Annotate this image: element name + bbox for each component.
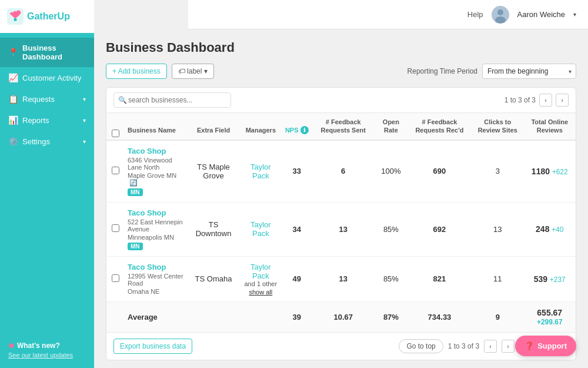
- avg-nps: 39: [282, 301, 312, 332]
- col-open-rate: Open Rate: [375, 113, 407, 140]
- col-clicks: Clicks to Review Sites: [472, 113, 523, 140]
- clicks-cell: 11: [472, 256, 523, 301]
- total-reviews-cell: 1180 +622: [524, 140, 576, 203]
- requests-icon: 📋: [8, 94, 18, 104]
- svg-point-3: [497, 9, 503, 15]
- support-label: Support: [537, 342, 567, 350]
- main-area: Help Aaron Weiche ▾ Business Dashboard +…: [94, 0, 588, 368]
- sidebar-item-reports[interactable]: 📊 Reports ▾: [0, 110, 94, 131]
- reporting-select[interactable]: From the beginning: [482, 64, 576, 79]
- svg-point-1: [14, 18, 16, 21]
- whats-new-title[interactable]: What's new?: [17, 342, 60, 350]
- search-icon: 🔍: [118, 96, 127, 104]
- toolbar-left: + Add business 🏷 label ▾: [106, 64, 214, 79]
- sidebar: GatherUp 📍 Business Dashboard 📈 Customer…: [0, 0, 94, 368]
- sidebar-nav: 📍 Business Dashboard 📈 Customer Activity…: [0, 33, 94, 152]
- search-input[interactable]: [113, 92, 231, 108]
- business-name-link[interactable]: Taco Shop: [128, 263, 183, 271]
- feedback-sent-cell: 6: [312, 140, 375, 203]
- footer-prev-button[interactable]: ‹: [484, 340, 497, 353]
- manager-link[interactable]: Taylor Pack: [250, 263, 271, 280]
- sidebar-item-label: Customer Activity: [22, 74, 81, 82]
- business-name-link[interactable]: Taco Shop: [128, 208, 183, 217]
- support-icon: ❓: [524, 342, 534, 350]
- main-content: Business Dashboard + Add business 🏷 labe…: [94, 29, 588, 368]
- business-city-state: Maple Grove MN 🔄: [128, 172, 183, 187]
- feedback-recd-value: 692: [433, 225, 446, 234]
- state-badge: MN: [128, 188, 143, 196]
- show-all-link[interactable]: show all: [243, 289, 278, 296]
- next-page-button[interactable]: ›: [556, 94, 569, 107]
- extra-field-cell: TS Omaha: [187, 256, 239, 301]
- row-checkbox[interactable]: [112, 224, 119, 232]
- total-reviews-cell: 248 +40: [524, 202, 576, 256]
- toolbar: + Add business 🏷 label ▾ Reporting Time …: [106, 64, 576, 79]
- table-container: 🔍 1 to 3 of 3 ‹ › Business N: [106, 87, 576, 360]
- manager-link[interactable]: Taylor Pack: [250, 220, 271, 238]
- footer-next-button[interactable]: ›: [502, 340, 514, 353]
- manager-cell: Taylor Pack: [240, 202, 282, 256]
- select-all-header: [106, 113, 124, 140]
- table-row: Taco Shop 522 East Hennepin Avenue Minne…: [106, 202, 576, 256]
- select-all-checkbox[interactable]: [112, 130, 119, 137]
- business-name-link[interactable]: Taco Shop: [128, 147, 183, 155]
- avg-total-main: 655.67: [537, 308, 562, 317]
- nps-cell: 49: [282, 256, 312, 301]
- open-rate-cell: 100%: [375, 140, 407, 203]
- table-row: Taco Shop 6346 Vinewood Lane North Maple…: [106, 140, 576, 203]
- row-checkbox[interactable]: [112, 274, 119, 282]
- row-checkbox[interactable]: [112, 167, 119, 174]
- total-delta: +237: [550, 276, 566, 284]
- sidebar-item-customer-activity[interactable]: 📈 Customer Activity: [0, 67, 94, 88]
- business-table: Business Name Extra Field Managers NPS ℹ: [106, 113, 576, 332]
- avg-total: 655.67 +299.67: [524, 301, 576, 332]
- business-name-cell: Taco Shop 12995 West Center Road Omaha N…: [124, 256, 187, 301]
- help-link[interactable]: Help: [467, 10, 483, 19]
- avg-label-cell: Average: [124, 301, 187, 332]
- business-name-cell: Taco Shop 6346 Vinewood Lane North Maple…: [124, 140, 187, 203]
- export-button[interactable]: Export business data: [113, 339, 192, 354]
- add-business-button[interactable]: + Add business: [106, 64, 167, 79]
- feedback-recd-value: 690: [433, 167, 446, 175]
- feedback-sent-cell: 13: [312, 256, 375, 301]
- chevron-down-icon: ▾: [83, 117, 86, 124]
- avg-open-rate: 87%: [375, 301, 407, 332]
- open-rate-cell: 85%: [375, 256, 407, 301]
- nps-value: 33: [292, 167, 300, 175]
- col-nps: NPS ℹ: [282, 113, 312, 140]
- reports-icon: 📊: [8, 115, 18, 125]
- feedback-recd-cell: 821: [407, 256, 472, 301]
- settings-icon: ⚙️: [8, 137, 18, 146]
- clicks-cell: 13: [472, 202, 523, 256]
- prev-page-button[interactable]: ‹: [539, 94, 552, 107]
- col-managers: Managers: [240, 113, 282, 140]
- feedback-sent-value: 13: [339, 225, 347, 234]
- user-chevron-icon[interactable]: ▾: [573, 11, 576, 18]
- sidebar-item-business-dashboard[interactable]: 📍 Business Dashboard: [0, 38, 94, 67]
- average-row: Average 39 10.67 87% 734.33 9 655.67 +29…: [106, 301, 576, 332]
- col-feedback-sent: # Feedback Requests Sent: [312, 113, 375, 140]
- avg-checkbox-cell: [106, 301, 124, 332]
- nps-cell: 33: [282, 140, 312, 203]
- support-button[interactable]: ❓ Support: [515, 336, 576, 356]
- reporting-time-label: Reporting Time Period: [407, 67, 477, 75]
- row-checkbox-cell: [106, 140, 124, 203]
- avg-total-delta: +299.67: [537, 318, 563, 326]
- table-search-row: 🔍 1 to 3 of 3 ‹ ›: [106, 88, 576, 113]
- manager-link[interactable]: Taylor Pack: [250, 163, 271, 180]
- user-menu[interactable]: Aaron Weiche: [517, 10, 565, 19]
- go-to-top-button[interactable]: Go to top: [399, 339, 443, 353]
- avg-feedback-sent-value: 10.67: [333, 313, 353, 321]
- feedback-sent-value: 6: [341, 167, 345, 175]
- extra-field-cell: TS Maple Grove: [187, 140, 239, 203]
- sidebar-item-settings[interactable]: ⚙️ Settings ▾: [0, 131, 94, 152]
- activity-icon: 📈: [8, 73, 18, 82]
- nps-info-icon[interactable]: ℹ: [300, 126, 309, 134]
- extra-field-cell: TS Downtown: [187, 202, 239, 256]
- whats-new-subtitle[interactable]: See our latest updates: [8, 352, 86, 359]
- sidebar-item-requests[interactable]: 📋 Requests ▾: [0, 88, 94, 110]
- label-button[interactable]: 🏷 label ▾: [172, 64, 214, 79]
- business-city-state: Minneapolis MN: [128, 234, 183, 241]
- col-extra-field: Extra Field: [187, 113, 239, 140]
- location-icon: 📍: [8, 48, 18, 57]
